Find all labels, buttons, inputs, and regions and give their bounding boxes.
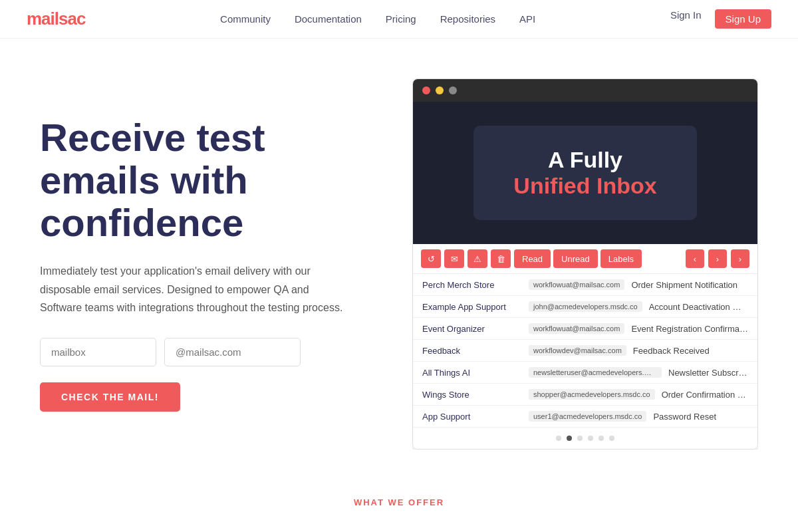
mailbox-input[interactable] bbox=[40, 338, 156, 366]
check-mail-button[interactable]: CHECK THE MAIL! bbox=[40, 382, 180, 412]
banner-line2: Unified Inbox bbox=[513, 173, 656, 199]
refresh-button[interactable]: ↺ bbox=[421, 249, 441, 268]
email-address: shopper@acmedevelopers.msdc.co bbox=[529, 389, 655, 400]
email-address: john@acmedevelopers.msdc.co bbox=[529, 301, 642, 312]
nav-repositories[interactable]: Repositories bbox=[440, 13, 495, 25]
email-row[interactable]: Event Organizer workflowuat@mailsac.com … bbox=[413, 318, 757, 340]
email-subject: Order Shipment Notification bbox=[631, 280, 748, 290]
carousel-dot-2[interactable] bbox=[567, 436, 572, 441]
nav-signup[interactable]: Sign Up bbox=[715, 9, 771, 29]
nav-actions: Sign In Sign Up bbox=[670, 9, 771, 29]
hero-right: A Fully Unified Inbox ↺ ✉ ⚠ 🗑 Read Unrea… bbox=[412, 78, 758, 450]
inbox-banner: A Fully Unified Inbox bbox=[413, 102, 757, 244]
email-sender: All Things AI bbox=[422, 368, 529, 378]
email-sender: Wings Store bbox=[422, 390, 529, 400]
browser-mockup: A Fully Unified Inbox ↺ ✉ ⚠ 🗑 Read Unrea… bbox=[412, 78, 758, 450]
carousel-dot-6[interactable] bbox=[609, 436, 614, 441]
carousel-dot-1[interactable] bbox=[556, 436, 561, 441]
wwo-label: WHAT WE OFFER bbox=[354, 497, 444, 507]
nav-pricing[interactable]: Pricing bbox=[386, 13, 416, 25]
read-button[interactable]: Read bbox=[514, 249, 551, 268]
email-subject: Feedback Received bbox=[633, 346, 748, 356]
carousel-dot-4[interactable] bbox=[588, 436, 593, 441]
nav-documentation[interactable]: Documentation bbox=[295, 13, 362, 25]
browser-bar bbox=[413, 79, 757, 102]
warning-button[interactable]: ⚠ bbox=[467, 249, 487, 268]
email-sender: Example App Support bbox=[422, 302, 529, 312]
navbar: mailsac Community Documentation Pricing … bbox=[0, 0, 798, 39]
hero-description: Immediately test your application's emai… bbox=[40, 262, 346, 317]
email-address: user1@acmedevelopers.msdc.co bbox=[529, 411, 646, 422]
hero-section: Receive test emails with confidence Imme… bbox=[0, 39, 798, 476]
browser-close-dot bbox=[422, 86, 430, 94]
email-row[interactable]: App Support user1@acmedevelopers.msdc.co… bbox=[413, 406, 757, 428]
hero-form bbox=[40, 338, 386, 366]
banner-line1: A Fully bbox=[513, 147, 656, 173]
email-row[interactable]: Feedback workflowdev@mailsac.com Feedbac… bbox=[413, 340, 757, 362]
carousel-dot-3[interactable] bbox=[577, 436, 583, 441]
email-row[interactable]: Example App Support john@acmedevelopers.… bbox=[413, 296, 757, 318]
hero-title: Receive test emails with confidence bbox=[40, 116, 386, 243]
inbox-toolbar: ↺ ✉ ⚠ 🗑 Read Unread Labels ‹ › › bbox=[413, 244, 757, 274]
mail-button[interactable]: ✉ bbox=[444, 249, 464, 268]
domain-input[interactable] bbox=[164, 338, 301, 366]
email-subject: Password Reset bbox=[653, 412, 748, 422]
email-sender: Feedback bbox=[422, 346, 529, 356]
delete-button[interactable]: 🗑 bbox=[491, 249, 511, 268]
nav-links: Community Documentation Pricing Reposito… bbox=[220, 13, 535, 25]
email-subject: Account Deactivation Warning bbox=[649, 302, 748, 312]
email-subject: Newsletter Subscription Confirm... bbox=[668, 368, 748, 378]
email-address: workflowdev@mailsac.com bbox=[529, 345, 626, 356]
nav-next-button[interactable]: › bbox=[708, 249, 727, 268]
nav-signin[interactable]: Sign In bbox=[670, 9, 702, 29]
email-sender: Perch Merch Store bbox=[422, 280, 529, 290]
nav-last-button[interactable]: › bbox=[731, 249, 749, 268]
email-address: workflowuat@mailsac.com bbox=[529, 323, 624, 334]
email-row[interactable]: All Things AI newsletteruser@acmedevelop… bbox=[413, 362, 757, 384]
carousel-dots bbox=[413, 428, 757, 449]
nav-prev-button[interactable]: ‹ bbox=[686, 249, 704, 268]
email-row[interactable]: Perch Merch Store workflowuat@mailsac.co… bbox=[413, 274, 757, 296]
nav-api[interactable]: API bbox=[519, 13, 535, 25]
browser-minimize-dot bbox=[436, 86, 444, 94]
inbox-banner-box: A Fully Unified Inbox bbox=[473, 126, 696, 220]
email-row[interactable]: Wings Store shopper@acmedevelopers.msdc.… bbox=[413, 384, 757, 406]
email-address: workflowuat@mailsac.com bbox=[529, 279, 624, 290]
email-address: newsletteruser@acmedevelopers.msdc.co bbox=[529, 367, 662, 378]
email-sender: App Support bbox=[422, 412, 529, 422]
nav-community[interactable]: Community bbox=[220, 13, 271, 25]
email-subject: Event Registration Confirmation bbox=[631, 324, 748, 334]
site-logo[interactable]: mailsac bbox=[27, 9, 85, 29]
labels-button[interactable]: Labels bbox=[600, 249, 642, 268]
wwo-section: WHAT WE OFFER bbox=[0, 476, 798, 515]
email-list: Perch Merch Store workflowuat@mailsac.co… bbox=[413, 274, 757, 428]
browser-maximize-dot bbox=[449, 86, 457, 94]
unread-button[interactable]: Unread bbox=[553, 249, 598, 268]
email-sender: Event Organizer bbox=[422, 324, 529, 334]
carousel-dot-5[interactable] bbox=[598, 436, 604, 441]
hero-left: Receive test emails with confidence Imme… bbox=[40, 116, 386, 412]
email-subject: Order Confirmation #12345 bbox=[662, 390, 748, 400]
